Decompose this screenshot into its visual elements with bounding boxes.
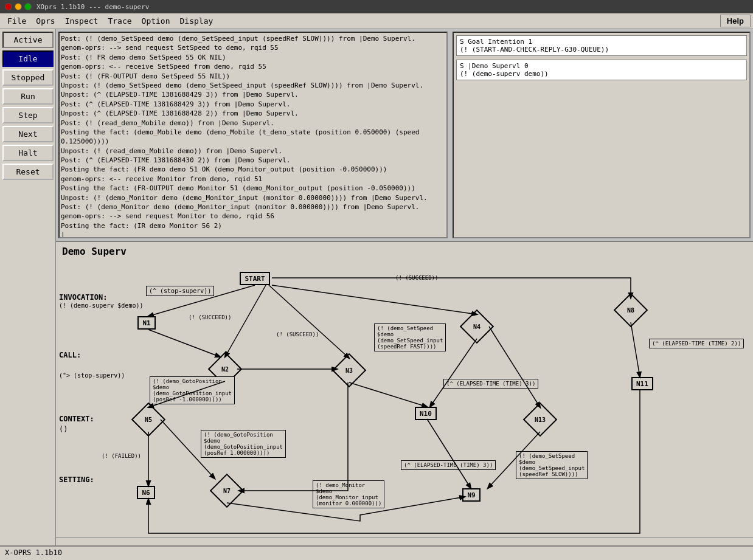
statusbar: X-OPRS 1.1b10 xyxy=(0,545,753,560)
invocation-label: INVOCATION: xyxy=(59,293,107,302)
svg-line-12 xyxy=(427,419,471,488)
intention-content-1: (! (START-AND-CHECK-REPLY-G30-QUEUE)) xyxy=(460,46,743,54)
n13-box: (! (demo_SetSpeed$demo(demo_SetSpeed_inp… xyxy=(516,451,588,479)
stopped-button[interactable]: Stopped xyxy=(2,69,54,86)
reset-button[interactable]: Reset xyxy=(2,164,54,180)
node-n7: N7 xyxy=(210,474,245,508)
context-label: CONTEXT: xyxy=(59,415,94,423)
svg-line-1 xyxy=(225,285,266,357)
setting-label: SETTING: xyxy=(59,475,94,484)
horizontal-scrollbar[interactable] xyxy=(56,537,753,545)
edge-n2-n3-label: (! (SUSCEED)) xyxy=(276,331,319,337)
n9-box: (! demo_Monitor$demo(demo_Monitor_input(… xyxy=(313,480,384,508)
log-area[interactable]: Post: (! (demo_SetSpeed demo (demo_SetSp… xyxy=(58,32,448,238)
status-text: X-OPRS 1.1b10 xyxy=(5,548,62,557)
window-controls[interactable] xyxy=(5,3,32,10)
svg-line-4 xyxy=(148,330,220,357)
menu-file[interactable]: File xyxy=(2,15,31,27)
n8-context-box: (^ (ELAPSED-TIME (TIME) 2)) xyxy=(649,339,744,348)
close-button[interactable] xyxy=(5,3,12,10)
n9-cond-box: (^ (ELAPSED-TIME (TIME) 3)) xyxy=(401,460,496,470)
node-n10: N10 xyxy=(415,407,437,420)
intention-title-2: S |Demo Supervl 0 xyxy=(460,62,743,70)
svg-line-2 xyxy=(269,285,349,358)
svg-line-3 xyxy=(272,285,477,314)
intention-box-1: S Goal Intention 1 (! (START-AND-CHECK-R… xyxy=(456,35,747,56)
menubar: File Oprs Inspect Trace Option Display H… xyxy=(0,13,753,29)
svg-line-14 xyxy=(631,322,640,377)
run-button[interactable]: Run xyxy=(2,88,54,105)
halt-button[interactable]: Halt xyxy=(2,145,54,161)
minimize-button[interactable] xyxy=(15,3,22,10)
node-n11: N11 xyxy=(631,377,653,390)
n5-call-box: (! (demo_GotoPosition$demo(demo_GotoPosi… xyxy=(150,376,235,404)
help-button[interactable]: Help xyxy=(720,15,751,27)
maximize-button[interactable] xyxy=(24,3,32,10)
content-wrapper: Post: (! (demo_SetSpeed demo (demo_SetSp… xyxy=(56,29,753,545)
edge-n1-n2-label: (! (SUCCEED)) xyxy=(189,314,231,320)
upper-section: Post: (! (demo_SetSpeed demo (demo_SetSp… xyxy=(56,29,753,242)
sidebar: Active Idle Stopped Run Step Next Halt R… xyxy=(0,29,56,545)
n4-call-box: (! (demo_SetSpeed$demo(demo_SetSpeed_inp… xyxy=(374,323,446,351)
intention-box-2: S |Demo Supervl 0 (! (demo-superv demo)) xyxy=(456,60,747,80)
right-panel: S Goal Intention 1 (! (START-AND-CHECK-R… xyxy=(453,32,751,238)
node-n5: N5 xyxy=(131,403,166,437)
edge-n5-n6-label: (! (FAILED)) xyxy=(102,453,141,459)
node-n8: N8 xyxy=(614,293,648,328)
menu-option[interactable]: Option xyxy=(137,15,175,27)
step-button[interactable]: Step xyxy=(2,107,54,123)
window-title: XOprs 1.1b10 --- demo-superv xyxy=(36,3,149,11)
svg-line-7 xyxy=(349,382,427,407)
node-n1: N1 xyxy=(137,316,156,330)
node-n6: N6 xyxy=(137,486,155,499)
active-button[interactable]: Active xyxy=(2,32,54,48)
n4-context-box: (^ (ELAPSED-TIME (TIME) 3)) xyxy=(443,379,538,389)
call-label: CALL: xyxy=(59,351,81,359)
titlebar: XOprs 1.1b10 --- demo-superv xyxy=(0,0,753,13)
edge-start-n8-label: (! (SUCCEED)) xyxy=(395,275,438,281)
node-n3: N3 xyxy=(332,353,367,388)
node-n4: N4 xyxy=(460,309,494,344)
call-sub: ("> (stop-superv)) xyxy=(59,372,125,379)
invocation-sub: (! (demo-superv $demo)) xyxy=(59,302,143,309)
main-area: Active Idle Stopped Run Step Next Halt R… xyxy=(0,29,753,545)
menu-display[interactable]: Display xyxy=(175,15,218,27)
graph-title: Demo Superv xyxy=(56,242,753,260)
menu-inspect[interactable]: Inspect xyxy=(60,15,103,27)
svg-line-9 xyxy=(489,327,540,407)
context-val: () xyxy=(59,425,68,434)
menu-trace[interactable]: Trace xyxy=(103,15,136,27)
intention-title-1: S Goal Intention 1 xyxy=(460,38,743,46)
node-start: START xyxy=(240,272,270,285)
menu-oprs[interactable]: Oprs xyxy=(31,15,60,27)
graph-canvas: INVOCATION: (! (demo-superv $demo)) CALL… xyxy=(56,260,753,537)
node-n13: N13 xyxy=(523,403,558,437)
node-n9: N9 xyxy=(462,488,481,502)
n7-call-box: (! (demo_GotoPosition$demo(demo_GotoPosi… xyxy=(201,430,286,458)
next-button[interactable]: Next xyxy=(2,126,54,142)
invocation-cond-box: (^ (stop-superv)) xyxy=(146,286,214,296)
graph-area[interactable]: Demo Superv INVOCATION: (! (demo-superv … xyxy=(56,242,753,537)
intention-content-2: (! (demo-superv demo)) xyxy=(460,70,743,78)
effects-label: EFFECTS: xyxy=(59,536,94,537)
idle-button[interactable]: Idle xyxy=(2,50,54,67)
